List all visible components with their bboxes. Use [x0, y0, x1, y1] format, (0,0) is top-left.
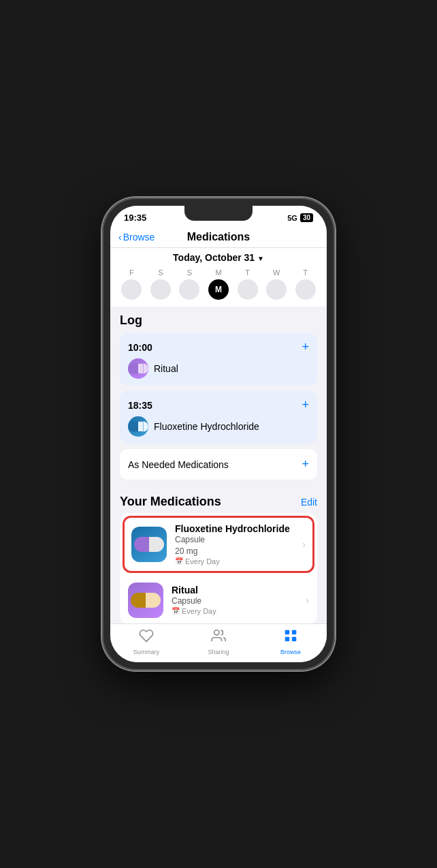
med-item-ritual[interactable]: Ritual Capsule 📅 Every Day › — [120, 576, 317, 623]
ritual-med-capsule — [131, 593, 161, 608]
grid-icon — [283, 628, 298, 647]
page-title: Medications — [187, 231, 250, 243]
fluoxetine-log-name: Fluoxetine Hydrochloride — [154, 421, 259, 432]
back-button[interactable]: ‹ Browse — [118, 232, 155, 243]
fluoxetine-pill-icon — [128, 416, 148, 437]
log-time-label-1000: 10:00 — [128, 342, 152, 353]
as-needed-label: As Needed Medications — [128, 459, 229, 470]
tab-bar: Summary Sharing — [110, 623, 327, 662]
day-label-6: T — [303, 268, 308, 277]
tab-summary[interactable]: Summary — [126, 628, 167, 655]
fluoxetine-med-info: Fluoxetine Hydrochloride Capsule 20 mg 📅… — [175, 523, 302, 565]
people-icon — [211, 628, 226, 647]
battery-badge: 30 — [300, 213, 313, 222]
status-time: 19:35 — [124, 213, 146, 223]
ritual-icon-box — [128, 583, 163, 618]
your-medications-title: Your Medications — [120, 495, 221, 509]
ritual-med-name: Ritual — [172, 585, 306, 595]
med-item-fluoxetine[interactable]: Fluoxetine Hydrochloride Capsule 20 mg 📅… — [123, 516, 314, 573]
browse-tab-label: Browse — [280, 649, 301, 655]
day-label-3: M — [215, 268, 221, 277]
date-arrow-icon: ▼ — [257, 255, 264, 262]
calendar-icon: 📅 — [175, 557, 183, 565]
week-calendar: F S S M M T — [110, 264, 327, 307]
day-col-6: T — [295, 268, 316, 300]
notch — [184, 206, 253, 221]
fluoxetine-med-schedule: 📅 Every Day — [175, 557, 302, 565]
log-card-1835[interactable]: 18:35 + Fluoxetine Hydrochlori — [120, 391, 317, 444]
ritual-chevron-icon: › — [306, 595, 309, 606]
day-circle-4[interactable] — [238, 279, 258, 300]
phone-inner: 19:35 5G 30 ‹ Browse Medications Today, … — [110, 206, 327, 662]
log-section: Log 10:00 + — [110, 307, 327, 488]
log-title: Log — [120, 313, 317, 328]
fluoxetine-icon-box — [131, 527, 167, 562]
ritual-capsule-svg — [128, 362, 148, 375]
log-item-fluoxetine[interactable]: Fluoxetine Hydrochloride — [128, 416, 309, 437]
day-circle-6[interactable] — [295, 279, 316, 300]
day-col-2: S — [179, 268, 199, 300]
day-label-5: W — [273, 268, 280, 277]
nav-bar: ‹ Browse Medications — [110, 226, 327, 248]
day-label-4: T — [245, 268, 250, 277]
edit-button[interactable]: Edit — [301, 497, 317, 508]
tab-sharing[interactable]: Sharing — [198, 628, 239, 655]
fluoxetine-capsule-svg — [128, 420, 148, 433]
log-time-1000: 10:00 + — [128, 340, 309, 354]
fluoxetine-med-dose: 20 mg — [175, 546, 302, 557]
signal-label: 5G — [287, 214, 297, 222]
day-circle-3-active[interactable]: M — [208, 279, 229, 300]
svg-point-16 — [214, 630, 219, 635]
log-item-ritual[interactable]: Ritual — [128, 358, 309, 379]
day-col-1: S — [150, 268, 171, 300]
fluoxetine-med-capsule — [134, 537, 164, 552]
fluoxetine-med-name: Fluoxetine Hydrochloride — [175, 523, 302, 534]
day-circle-1[interactable] — [150, 279, 171, 300]
as-needed-card[interactable]: As Needed Medications + — [120, 449, 317, 480]
fluoxetine-schedule-label: Every Day — [185, 557, 220, 565]
svg-rect-19 — [285, 637, 289, 641]
log-add-1835[interactable]: + — [302, 398, 309, 412]
day-col-3[interactable]: M M — [208, 268, 229, 300]
day-circle-2[interactable] — [179, 279, 199, 300]
log-time-label-1835: 18:35 — [128, 400, 152, 411]
log-add-1000[interactable]: + — [302, 340, 309, 354]
heart-icon — [139, 628, 154, 647]
svg-rect-20 — [292, 637, 296, 641]
phone-frame: 19:35 5G 30 ‹ Browse Medications Today, … — [102, 198, 335, 670]
ritual-schedule-label: Every Day — [182, 607, 216, 615]
day-circle-0[interactable] — [121, 279, 142, 300]
summary-tab-label: Summary — [133, 649, 160, 655]
tab-browse[interactable]: Browse — [270, 628, 311, 655]
fluoxetine-chevron-icon: › — [302, 539, 306, 550]
your-medications-header: Your Medications Edit — [110, 488, 327, 513]
svg-rect-17 — [285, 630, 289, 634]
day-col-4: T — [238, 268, 258, 300]
medications-list: Fluoxetine Hydrochloride Capsule 20 mg 📅… — [120, 513, 317, 623]
ritual-med-info: Ritual Capsule 📅 Every Day — [172, 585, 306, 615]
ritual-calendar-icon: 📅 — [172, 607, 180, 615]
svg-rect-18 — [292, 630, 296, 634]
log-time-1835: 18:35 + — [128, 398, 309, 412]
back-chevron-icon: ‹ — [118, 232, 122, 243]
day-label-2: S — [187, 268, 192, 277]
day-label-0: F — [129, 268, 134, 277]
back-label[interactable]: Browse — [123, 232, 155, 243]
date-text: Today, October 31 — [173, 252, 255, 263]
ritual-pill-icon — [128, 358, 148, 379]
day-col-5: W — [266, 268, 287, 300]
log-card-1000[interactable]: 10:00 + Ritual — [120, 333, 317, 386]
ritual-med-schedule: 📅 Every Day — [172, 607, 306, 615]
fluoxetine-med-subtype: Capsule — [175, 534, 302, 546]
day-circle-5[interactable] — [266, 279, 287, 300]
as-needed-add[interactable]: + — [302, 457, 309, 471]
scroll-content[interactable]: Today, October 31 ▼ F S S M — [110, 248, 327, 623]
ritual-name: Ritual — [154, 363, 178, 374]
ritual-med-subtype: Capsule — [172, 595, 306, 607]
sharing-tab-label: Sharing — [208, 649, 229, 655]
status-right: 5G 30 — [287, 213, 313, 222]
date-header: Today, October 31 ▼ — [110, 248, 327, 264]
day-col-0: F — [121, 268, 142, 300]
day-label-1: S — [158, 268, 163, 277]
